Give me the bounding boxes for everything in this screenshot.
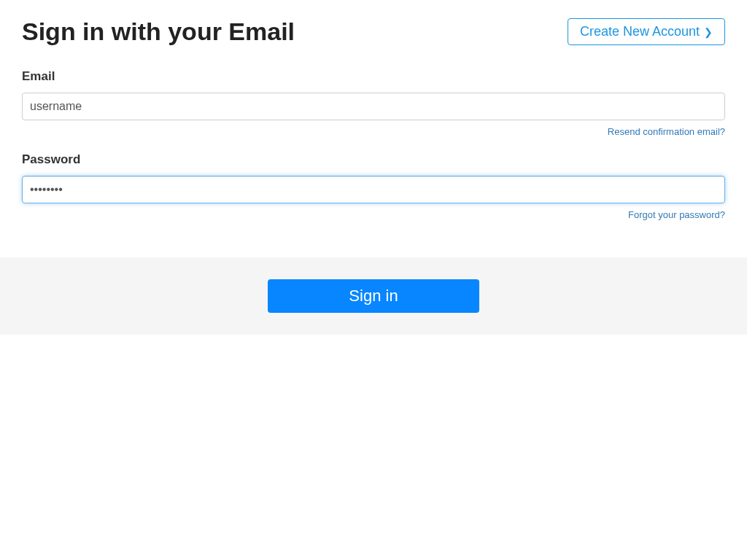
- signin-page: Sign in with your Email Create New Accou…: [0, 0, 747, 335]
- resend-confirmation-link[interactable]: Resend confirmation email?: [608, 126, 725, 137]
- email-field-group: Email Resend confirmation email?: [22, 69, 725, 138]
- password-input[interactable]: [22, 176, 725, 203]
- chevron-right-icon: ❯: [704, 26, 713, 38]
- create-account-button[interactable]: Create New Account ❯: [568, 18, 725, 45]
- password-field-group: Password Forgot your password?: [22, 152, 725, 221]
- header-row: Sign in with your Email Create New Accou…: [22, 18, 725, 46]
- signin-button[interactable]: Sign in: [268, 279, 479, 313]
- resend-link-row: Resend confirmation email?: [22, 125, 725, 138]
- footer-section: Sign in: [0, 257, 747, 335]
- page-title: Sign in with your Email: [22, 18, 295, 46]
- forgot-password-link[interactable]: Forgot your password?: [628, 209, 725, 220]
- email-label: Email: [22, 69, 725, 84]
- form-section: Sign in with your Email Create New Accou…: [0, 0, 747, 257]
- email-input[interactable]: [22, 93, 725, 120]
- forgot-link-row: Forgot your password?: [22, 208, 725, 221]
- password-label: Password: [22, 152, 725, 167]
- create-account-label: Create New Account: [580, 24, 700, 39]
